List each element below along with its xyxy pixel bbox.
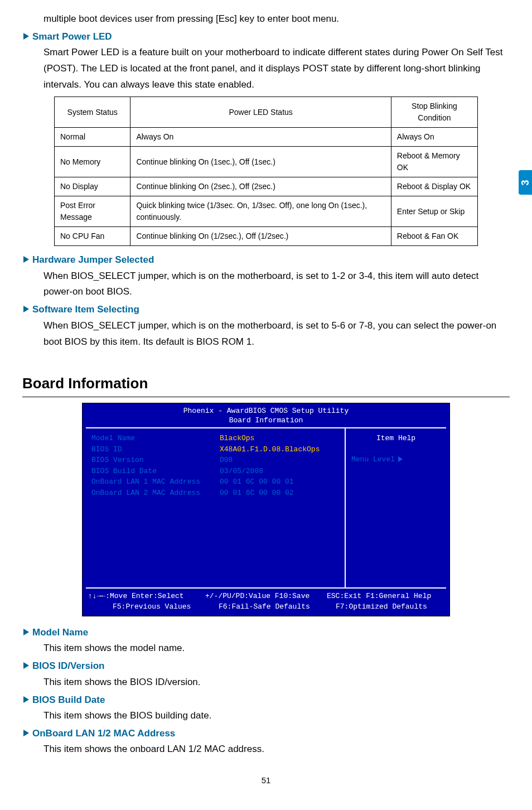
footer-line: F7:Optimized Defaults [327, 602, 444, 612]
cell: Always On [130, 128, 391, 147]
th-stop: Stop Blinking Condition [391, 97, 477, 128]
cell: Reboot & Memory OK [391, 147, 477, 177]
cell: No Memory [55, 147, 130, 177]
menu-level-text: Menu Level [351, 455, 395, 464]
bios-row: BIOS Build Date03/05/2008 [91, 466, 339, 477]
table-row: No Display Continue blinking On (2sec.),… [55, 177, 478, 196]
header-text: Software Item Selecting [32, 304, 139, 315]
bios-value: D08 [220, 455, 233, 466]
cell: Always On [391, 128, 477, 147]
cell: Post Error Message [55, 196, 130, 227]
header-text: Smart Power LED [32, 31, 112, 42]
header-text: BIOS Build Date [32, 695, 105, 705]
triangle-icon [23, 33, 29, 40]
bios-footer: ↑↓→←:Move Enter:Select F5:Previous Value… [83, 589, 449, 615]
section-title: Board Information [22, 373, 510, 397]
bios-value: 00 01 6C 00 00 02 [220, 488, 294, 499]
bios-label: OnBoard LAN 2 MAC Address [91, 488, 220, 499]
intro-text: multiple boot devices user from pressing… [22, 11, 510, 27]
cell: No Display [55, 177, 130, 196]
bios-build-date-header: BIOS Build Date [22, 693, 510, 707]
triangle-icon [23, 730, 29, 736]
th-led: Power LED Status [130, 97, 391, 128]
table-row: No CPU Fan Continue blinking On (1/2sec.… [55, 227, 478, 246]
table-row: Post Error Message Quick blinking twice … [55, 196, 478, 227]
header-text: Model Name [32, 627, 88, 638]
bios-label: BIOS ID [91, 444, 220, 455]
side-tab-label: 3 [518, 180, 532, 185]
header-text: BIOS ID/Version [32, 660, 104, 671]
bios-left-pane: Model NameBlackOps BIOS IDX48A01.F1.D.08… [86, 428, 346, 587]
cell: Continue blinking On (1sec.), Off (1sec.… [130, 147, 391, 177]
triangle-icon [23, 696, 29, 703]
smart-power-led-desc: Smart Power LED is a feature built on yo… [22, 45, 510, 93]
footer-line: ESC:Exit F1:General Help [327, 591, 444, 601]
triangle-icon [23, 662, 29, 669]
cell: Quick blinking twice (1/3sec. On, 1/3sec… [130, 196, 391, 227]
bios-menu-level: Menu Level [351, 454, 441, 465]
bios-row: Model NameBlackOps [91, 433, 339, 444]
bios-value: BlackOps [220, 433, 254, 444]
bios-label: BIOS Version [91, 455, 220, 466]
footer-line: ↑↓→←:Move Enter:Select [88, 591, 205, 601]
footer-col-left: ↑↓→←:Move Enter:Select F5:Previous Value… [88, 591, 205, 611]
cell: No CPU Fan [55, 227, 130, 246]
bios-row: BIOS VersionD08 [91, 455, 339, 466]
bios-help-title: Item Help [351, 433, 441, 444]
footer-col-right: ESC:Exit F1:General Help F7:Optimized De… [322, 591, 444, 611]
footer-col-center: +/-/PU/PD:Value F10:Save F6:Fail-Safe De… [205, 591, 322, 611]
bios-body: Model NameBlackOps BIOS IDX48A01.F1.D.08… [86, 427, 446, 589]
cell: Enter Setup or Skip [391, 196, 477, 227]
bios-label: Model Name [91, 433, 220, 444]
model-name-desc: This item shows the model name. [22, 640, 510, 657]
cell: Reboot & Fan OK [391, 227, 477, 246]
bios-right-pane: Item Help Menu Level [346, 428, 446, 587]
page-number: 51 [22, 774, 510, 787]
table-row: No Memory Continue blinking On (1sec.), … [55, 147, 478, 177]
th-status: System Status [55, 97, 130, 128]
bios-label: OnBoard LAN 1 MAC Address [91, 476, 220, 488]
bios-label: BIOS Build Date [91, 466, 220, 477]
model-name-header: Model Name [22, 625, 510, 640]
software-item-desc: When BIOS_SELECT jumper, which is on the… [22, 318, 510, 350]
bios-value: 00 01 6C 00 00 01 [220, 476, 294, 488]
triangle-icon [23, 256, 29, 263]
triangle-right-icon [398, 456, 403, 462]
hardware-jumper-desc: When BIOS_SELECT jumper, which is on the… [22, 268, 510, 301]
onboard-lan-mac-header: OnBoard LAN 1/2 MAC Address [22, 726, 510, 741]
bios-value: 03/05/2008 [220, 466, 263, 477]
table-row: Normal Always On Always On [55, 128, 478, 147]
cell: Continue blinking On (1/2sec.), Off (1/2… [130, 227, 391, 246]
header-text: OnBoard LAN 1/2 MAC Address [32, 728, 175, 739]
side-tab: 3 [519, 170, 532, 195]
footer-line: F5:Previous Values [88, 602, 205, 612]
software-item-header: Software Item Selecting [22, 302, 510, 317]
bios-title-line2: Board Information [83, 416, 449, 426]
bios-title: Phoenix - AwardBIOS CMOS Setup Utility B… [83, 403, 449, 428]
bios-row: OnBoard LAN 2 MAC Address00 01 6C 00 00 … [91, 488, 339, 499]
triangle-icon [23, 306, 29, 312]
smart-power-led-header: Smart Power LED [22, 30, 510, 44]
header-text: Hardware Jumper Selected [32, 254, 154, 265]
cell: Continue blinking On (2sec.), Off (2sec.… [130, 177, 391, 196]
bios-row: BIOS IDX48A01.F1.D.08.BlackOps [91, 444, 339, 455]
footer-line: F6:Fail-Safe Defaults [205, 602, 322, 612]
bios-build-date-desc: This item shows the BIOS building date. [22, 708, 510, 724]
bios-title-line1: Phoenix - AwardBIOS CMOS Setup Utility [83, 407, 449, 416]
bios-id-version-desc: This item shows the BIOS ID/version. [22, 674, 510, 691]
hardware-jumper-header: Hardware Jumper Selected [22, 253, 510, 267]
cell: Reboot & Display OK [391, 177, 477, 196]
onboard-lan-mac-desc: This item shows the onboard LAN 1/2 MAC … [22, 741, 510, 758]
footer-line: +/-/PU/PD:Value F10:Save [205, 591, 322, 601]
bios-row: OnBoard LAN 1 MAC Address00 01 6C 00 00 … [91, 476, 339, 488]
bios-id-version-header: BIOS ID/Version [22, 659, 510, 673]
led-status-table: System Status Power LED Status Stop Blin… [54, 97, 478, 246]
triangle-icon [23, 629, 29, 635]
table-header-row: System Status Power LED Status Stop Blin… [55, 97, 478, 128]
bios-panel: Phoenix - AwardBIOS CMOS Setup Utility B… [82, 403, 450, 616]
bios-value: X48A01.F1.D.08.BlackOps [220, 444, 320, 455]
cell: Normal [55, 128, 130, 147]
